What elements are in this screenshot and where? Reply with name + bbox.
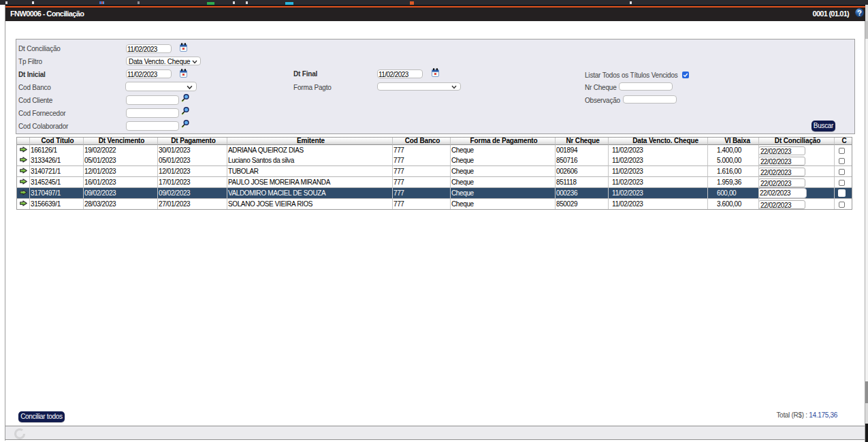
svg-text:?: ? [857,9,862,17]
